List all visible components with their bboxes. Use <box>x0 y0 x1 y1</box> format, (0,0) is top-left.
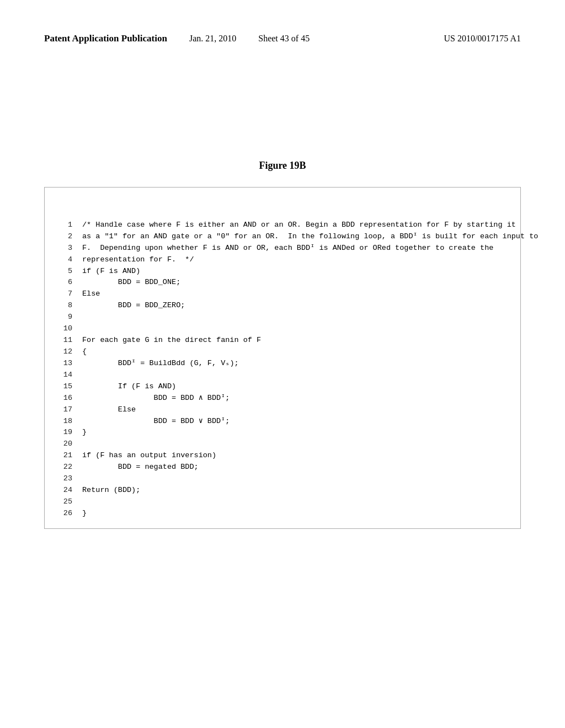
figure-title: Figure 19B <box>44 160 521 172</box>
table-row: 15 If (F is AND) <box>56 381 509 393</box>
line-content: BDD = BDD_ONE; <box>82 277 180 288</box>
line-number: 25 <box>56 496 72 508</box>
line-number: 11 <box>56 335 72 346</box>
table-row: 10 <box>56 323 509 335</box>
line-number: 18 <box>56 416 72 427</box>
line-number: 23 <box>56 473 72 485</box>
line-number: 6 <box>56 277 72 288</box>
publication-title: Patent Application Publication <box>44 33 167 44</box>
table-row: 7Else <box>56 288 509 300</box>
line-content: F. Depending upon whether F is AND or OR… <box>82 243 493 254</box>
line-number: 7 <box>56 288 72 300</box>
table-row: 21if (F has an output inversion) <box>56 450 509 462</box>
table-row: 25 <box>56 496 509 508</box>
line-number: 21 <box>56 450 72 462</box>
patent-number: US 2010/0017175 A1 <box>444 34 521 44</box>
table-row: 14 <box>56 370 509 381</box>
table-row: 4representation for F. */ <box>56 254 509 266</box>
code-listing: 1/* Handle case where F is either an AND… <box>44 187 521 529</box>
line-number: 4 <box>56 254 72 266</box>
table-row: 11For each gate G in the direct fanin of… <box>56 335 509 346</box>
line-content: } <box>82 508 87 520</box>
line-number: 1 <box>56 220 72 231</box>
table-row: 23 <box>56 473 509 485</box>
line-content: if (F is AND) <box>82 266 140 277</box>
line-content: BDD = negated BDD; <box>82 462 199 473</box>
line-content: as a "1" for an AND gate or a "0" for an… <box>82 231 538 243</box>
line-number: 10 <box>56 323 72 335</box>
line-number: 15 <box>56 381 72 393</box>
table-row: 18 BDD = BDD ∨ BDDᴵ; <box>56 416 509 427</box>
table-row: 22 BDD = negated BDD; <box>56 462 509 473</box>
line-content: representation for F. */ <box>82 254 194 266</box>
page: Patent Application Publication Jan. 21, … <box>0 0 565 728</box>
table-row: 3F. Depending upon whether F is AND or O… <box>56 243 509 254</box>
line-content: Else <box>82 288 100 300</box>
line-number: 17 <box>56 404 72 416</box>
line-number: 9 <box>56 312 72 323</box>
line-content: If (F is AND) <box>82 381 176 393</box>
line-content: /* Handle case where F is either an AND … <box>82 220 516 231</box>
sheet-info: Sheet 43 of 45 <box>258 34 310 44</box>
line-number: 14 <box>56 370 72 381</box>
table-row: 17 Else <box>56 404 509 416</box>
line-number: 20 <box>56 438 72 450</box>
table-row: 26} <box>56 508 509 520</box>
table-row: 5if (F is AND) <box>56 266 509 277</box>
line-number: 13 <box>56 358 72 370</box>
table-row: 1/* Handle case where F is either an AND… <box>56 220 509 231</box>
table-row: 6 BDD = BDD_ONE; <box>56 277 509 288</box>
line-number: 24 <box>56 485 72 496</box>
line-content: } <box>82 427 87 438</box>
publication-date: Jan. 21, 2010 <box>189 34 236 44</box>
page-header: Patent Application Publication Jan. 21, … <box>44 33 521 50</box>
line-content: BDD = BDD ∨ BDDᴵ; <box>82 416 230 427</box>
line-content: if (F has an output inversion) <box>82 450 216 462</box>
table-row: 24Return (BDD); <box>56 485 509 496</box>
line-content: For each gate G in the direct fanin of F <box>82 335 261 346</box>
line-number: 22 <box>56 462 72 473</box>
line-number: 2 <box>56 231 72 243</box>
table-row: 2as a "1" for an AND gate or a "0" for a… <box>56 231 509 243</box>
line-content: { <box>82 346 87 358</box>
table-row: 12{ <box>56 346 509 358</box>
table-row: 20 <box>56 438 509 450</box>
line-content: Else <box>82 404 136 416</box>
line-number: 3 <box>56 243 72 254</box>
line-content: BDDᴵ = BuildBdd (G, F, Vₛ); <box>82 358 239 370</box>
line-number: 8 <box>56 300 72 312</box>
line-content: BDD = BDD ∧ BDDᴵ; <box>82 393 230 404</box>
line-number: 12 <box>56 346 72 358</box>
line-number: 26 <box>56 508 72 520</box>
table-row: 8 BDD = BDD_ZERO; <box>56 300 509 312</box>
table-row: 16 BDD = BDD ∧ BDDᴵ; <box>56 393 509 404</box>
table-row: 13 BDDᴵ = BuildBdd (G, F, Vₛ); <box>56 358 509 370</box>
line-number: 16 <box>56 393 72 404</box>
line-content: Return (BDD); <box>82 485 140 496</box>
table-row: 19} <box>56 427 509 438</box>
line-number: 5 <box>56 266 72 277</box>
line-content: BDD = BDD_ZERO; <box>82 300 185 312</box>
table-row: 9 <box>56 312 509 323</box>
line-number: 19 <box>56 427 72 438</box>
